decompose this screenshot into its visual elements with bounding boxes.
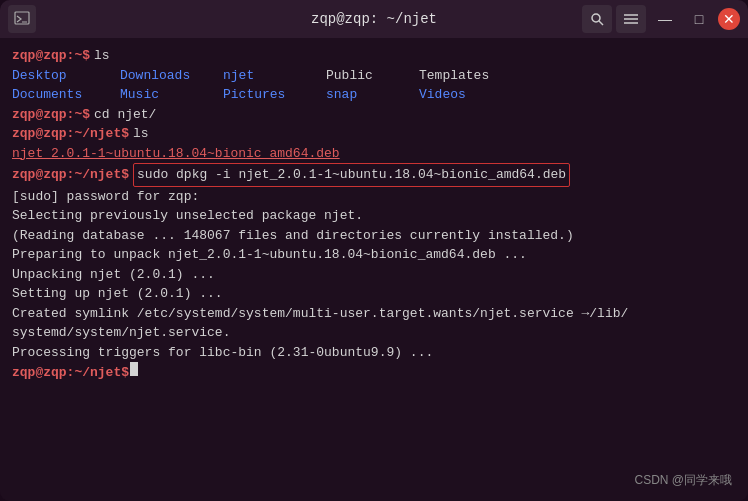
ls-item: Desktop — [12, 66, 102, 86]
output-text: Preparing to unpack njet_2.0.1-1~ubuntu.… — [12, 245, 527, 265]
output-text: Processing triggers for libc-bin (2.31-0… — [12, 343, 433, 363]
output-line: Created symlink /etc/systemd/system/mult… — [12, 304, 736, 324]
svg-line-3 — [599, 21, 603, 25]
deb-file-link: njet_2.0.1-1~ubuntu.18.04~bionic_amd64.d… — [12, 144, 340, 164]
ls-output-row2: Documents Music Pictures snap Videos — [12, 85, 736, 105]
prompt-user: zqp@zqp — [12, 165, 67, 185]
output-text: Selecting previously unselected package … — [12, 206, 363, 226]
ls-item: Templates — [419, 66, 489, 86]
ls-item: Downloads — [120, 66, 205, 86]
prompt-dir: :~$ — [67, 105, 90, 125]
titlebar: zqp@zqp: ~/njet — □ ✕ — [0, 0, 748, 38]
prompt-user: zqp@zqp — [12, 105, 67, 125]
output-line: Selecting previously unselected package … — [12, 206, 736, 226]
ls-item: njet — [223, 66, 308, 86]
output-line: Unpacking njet (2.0.1) ... — [12, 265, 736, 285]
ls-item: Public — [326, 66, 401, 86]
terminal-icon — [8, 5, 36, 33]
menu-button[interactable] — [616, 5, 646, 33]
output-text: Created symlink /etc/systemd/system/mult… — [12, 304, 628, 324]
output-text: (Reading database ... 148067 files and d… — [12, 226, 574, 246]
ls-output-row1: Desktop Downloads njet Public Templates — [12, 66, 736, 86]
output-line: Setting up njet (2.0.1) ... — [12, 284, 736, 304]
titlebar-left — [8, 5, 36, 33]
window-title: zqp@zqp: ~/njet — [311, 11, 437, 27]
titlebar-controls: — □ ✕ — [582, 5, 740, 33]
terminal-cursor — [130, 362, 138, 376]
ls-item: Pictures — [223, 85, 308, 105]
watermark: CSDN @同学来哦 — [634, 472, 732, 489]
prompt-dir: :~/njet$ — [67, 363, 129, 383]
output-text: [sudo] password for zqp: — [12, 187, 199, 207]
output-line: [sudo] password for zqp: — [12, 187, 736, 207]
ls-item: Documents — [12, 85, 102, 105]
output-line: Processing triggers for libc-bin (2.31-0… — [12, 343, 736, 363]
file-link-line: njet_2.0.1-1~ubuntu.18.04~bionic_amd64.d… — [12, 144, 736, 164]
output-text: systemd/system/njet.service. — [12, 323, 230, 343]
output-text: Unpacking njet (2.0.1) ... — [12, 265, 215, 285]
prompt-user: zqp@zqp — [12, 46, 67, 66]
ls-item: Videos — [419, 85, 466, 105]
ls-item: Music — [120, 85, 205, 105]
terminal-body[interactable]: zqp@zqp:~$ ls Desktop Downloads njet Pub… — [0, 38, 748, 501]
terminal-line: zqp@zqp:~$ ls — [12, 46, 736, 66]
close-button[interactable]: ✕ — [718, 8, 740, 30]
terminal-line: zqp@zqp:~/njet$ ls — [12, 124, 736, 144]
ls-item: snap — [326, 85, 401, 105]
prompt-dir: :~/njet$ — [67, 165, 129, 185]
prompt-user: zqp@zqp — [12, 363, 67, 383]
prompt-dir: :~/njet$ — [67, 124, 129, 144]
prompt-dir: :~$ — [67, 46, 90, 66]
maximize-button[interactable]: □ — [684, 5, 714, 33]
terminal-window: zqp@zqp: ~/njet — □ ✕ zqp@zqp — [0, 0, 748, 501]
search-button[interactable] — [582, 5, 612, 33]
final-prompt-line: zqp@zqp:~/njet$ — [12, 362, 736, 383]
cmd-text: ls — [94, 46, 110, 66]
cmd-text: ls — [133, 124, 149, 144]
sudo-cmd: sudo dpkg -i njet_2.0.1-1~ubuntu.18.04~b… — [133, 163, 570, 187]
terminal-line: zqp@zqp:~$ cd njet/ — [12, 105, 736, 125]
output-text: Setting up njet (2.0.1) ... — [12, 284, 223, 304]
output-line: (Reading database ... 148067 files and d… — [12, 226, 736, 246]
output-line: systemd/system/njet.service. — [12, 323, 736, 343]
svg-point-2 — [592, 14, 600, 22]
highlighted-cmd-line: zqp@zqp:~/njet$sudo dpkg -i njet_2.0.1-1… — [12, 163, 736, 187]
prompt-user: zqp@zqp — [12, 124, 67, 144]
minimize-button[interactable]: — — [650, 5, 680, 33]
output-line: Preparing to unpack njet_2.0.1-1~ubuntu.… — [12, 245, 736, 265]
cmd-text: cd njet/ — [94, 105, 156, 125]
